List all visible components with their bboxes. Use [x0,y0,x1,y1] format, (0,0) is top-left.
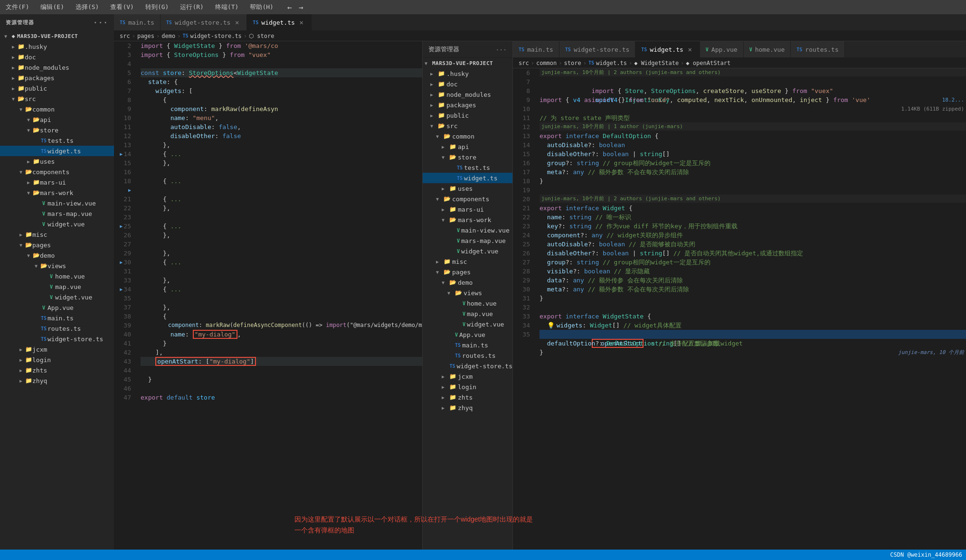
filetree-item-widget-vue-demo[interactable]: V widget.vue [423,319,512,329]
filetree-label-zhts: zhts [458,394,473,401]
filetree-item-node-modules[interactable]: ▶ 📁 node_modules [423,89,512,100]
filetree-item-zhts[interactable]: ▶ 📁 zhts [423,392,512,402]
tab-right-routes-ts[interactable]: TS routes.ts [791,41,845,57]
sidebar-item-test-ts[interactable]: ▶ TS test.ts [0,135,114,146]
sidebar-item-widget-vue-demo[interactable]: ▶ V widget.vue [0,292,114,302]
filetree-item-home-vue[interactable]: V home.vue [423,298,512,308]
tab-close-widget-store[interactable]: ✕ [233,19,241,26]
sidebar-item-api[interactable]: ▼ 📂 api [0,114,114,125]
tab-main-ts[interactable]: TS main.ts [114,14,161,30]
filetree-item-main-ts[interactable]: TS main.ts [423,340,512,350]
sidebar-item-store[interactable]: ▼ 📂 store [0,125,114,135]
sidebar-item-public[interactable]: ▶ 📁 public [0,83,114,93]
sidebar-item-jcxm[interactable]: ▶ 📁 jcxm [0,344,114,355]
sidebar-item-mars-map-vue[interactable]: ▶ V mars-map.vue [0,208,114,219]
filetree-item-routes-ts[interactable]: TS routes.ts [423,350,512,361]
sidebar-item-routes-ts[interactable]: ▶ TS routes.ts [0,323,114,334]
menu-run[interactable]: 运行(R) [178,2,205,12]
sidebar-item-src[interactable]: ▼ 📂 src [0,93,114,104]
filetree-item-widget-store[interactable]: TS widget-store.ts [423,361,512,371]
filetree-item-mars-map[interactable]: V mars-map.vue [423,235,512,246]
filetree-dots[interactable]: ··· [496,46,507,53]
sidebar-item-main-ts[interactable]: ▶ TS main.ts [0,313,114,323]
menu-bar[interactable]: 文件(F) 编辑(E) 选择(S) 查看(V) 转到(G) 运行(R) 终端(T… [4,2,275,12]
sidebar-item-node-modules[interactable]: ▶ 📁 node_modules [0,62,114,73]
filetree-item-widget-ts[interactable]: TS widget.ts [423,173,512,183]
tab-widget-ts[interactable]: TS widget.ts ✕ [247,14,312,30]
filetree-item-widget-vue[interactable]: V widget.vue [423,246,512,256]
filetree-item-mars-work[interactable]: ▼ 📂 mars-work [423,215,512,225]
chevron-right-icon: ▶ [17,232,25,237]
tab-right-app-vue[interactable]: V App.vue [700,41,744,57]
tab-right-widget-ts[interactable]: TS widget.ts ✕ [635,41,700,57]
filetree-item-doc[interactable]: ▶ 📁 doc [423,79,512,89]
sidebar-item-doc[interactable]: ▶ 📁 doc [0,52,114,62]
sidebar-item-widget-store-ts[interactable]: ▶ TS widget-store.ts [0,334,114,344]
menu-view[interactable]: 查看(V) [108,2,135,12]
sidebar-item-home-vue[interactable]: ▶ V home.vue [0,271,114,281]
filetree-item-main-view[interactable]: V main-view.vue [423,225,512,235]
tab-right-main-ts[interactable]: TS main.ts [513,41,559,57]
filetree-item-jcxm[interactable]: ▶ 📁 jcxm [423,371,512,382]
filetree-item-map-vue[interactable]: V map.vue [423,308,512,319]
sidebar-project-root[interactable]: ▼ ◆ MARS3D-VUE-PROJECT [0,31,114,41]
filetree-item-zhyq[interactable]: ▶ 📁 zhyq [423,402,512,413]
sidebar-header: 资源管理器 ··· [0,14,114,31]
filetree-item-api[interactable]: ▶ 📁 api [423,141,512,152]
bc-widget-ts: widget.ts [596,60,627,66]
filetree-item-test-ts[interactable]: TS test.ts [423,162,512,173]
sidebar-item-common[interactable]: ▼ 📂 common [0,104,114,114]
sidebar-item-pages[interactable]: ▼ 📂 pages [0,240,114,250]
filetree-item-demo[interactable]: ▼ 📂 demo [423,277,512,288]
filetree-item-app-vue[interactable]: V App.vue [423,329,512,340]
menu-help[interactable]: 帮助(H) [248,2,275,12]
filetree-item-common[interactable]: ▼ 📂 common [423,131,512,141]
filetree-item-public[interactable]: ▶ 📁 public [423,110,512,121]
filetree-item-pages[interactable]: ▼ 📂 pages [423,267,512,277]
sidebar-item-map-vue[interactable]: ▶ V map.vue [0,281,114,292]
sidebar-item-husky[interactable]: ▶ 📁 .husky [0,41,114,52]
tab-right-widget-store[interactable]: TS widget-store.ts [559,41,635,57]
sidebar-item-widget-ts[interactable]: ▶ TS widget.ts [0,146,114,156]
sidebar-item-packages[interactable]: ▶ 📁 packages [0,73,114,83]
filetree-project-root[interactable]: ▼ MARS3D-VUE-PROJECT [423,58,512,68]
sidebar-item-login[interactable]: ▶ 📁 login [0,355,114,365]
filetree-item-views[interactable]: ▼ 📂 views [423,288,512,298]
sidebar-item-demo[interactable]: ▼ 📂 demo [0,250,114,261]
chevron-down-icon: ▼ [442,280,449,285]
nav-forward[interactable]: → [296,2,306,12]
filetree-item-login[interactable]: ▶ 📁 login [423,382,512,392]
menu-terminal[interactable]: 终端(T) [213,2,240,12]
filetree-item-components[interactable]: ▼ 📂 components [423,194,512,204]
menu-goto[interactable]: 转到(G) [143,2,170,12]
sidebar-item-mars-work[interactable]: ▼ 📂 mars-work [0,187,114,198]
filetree-item-misc[interactable]: ▶ 📁 misc [423,256,512,267]
sidebar-item-main-view-vue[interactable]: ▶ V main-view.vue [0,198,114,208]
sidebar-item-zhts[interactable]: ▶ 📁 zhts [0,365,114,375]
menu-select[interactable]: 选择(S) [74,2,101,12]
tab-widget-store-ts[interactable]: TS widget-store.ts ✕ [161,14,247,30]
menu-edit[interactable]: 编辑(E) [38,2,66,12]
filetree-item-husky[interactable]: ▶ 📁 .husky [423,68,512,79]
filetree-item-uses[interactable]: ▶ 📁 uses [423,183,512,194]
tab-close-right-widget-ts[interactable]: ✕ [686,46,694,53]
filetree-item-store[interactable]: ▼ 📂 store [423,152,512,162]
filetree-item-mars-ui[interactable]: ▶ 📁 mars-ui [423,204,512,215]
menu-file[interactable]: 文件(F) [4,2,31,12]
chevron-down-icon: ▼ [425,61,432,66]
tab-right-home-vue[interactable]: V home.vue [744,41,791,57]
sidebar-item-views[interactable]: ▼ 📂 views [0,261,114,271]
tab-close-widget-ts[interactable]: ✕ [298,19,305,26]
sidebar-item-zhyq[interactable]: ▶ 📁 zhyq [0,375,114,386]
sidebar-item-app-vue[interactable]: ▶ V App.vue [0,302,114,313]
filetree-item-packages[interactable]: ▶ 📁 packages [423,100,512,110]
sidebar-item-mars-ui[interactable]: ▶ 📁 mars-ui [0,177,114,187]
sidebar-item-components[interactable]: ▼ 📂 components [0,167,114,177]
filetree-item-src[interactable]: ▼ 📂 src [423,121,512,131]
sidebar-options-button[interactable]: ··· [93,18,108,27]
sidebar-item-misc[interactable]: ▶ 📁 misc [0,229,114,240]
sidebar-item-uses[interactable]: ▶ 📁 uses [0,156,114,167]
sidebar-item-widget-vue[interactable]: ▶ V widget.vue [0,219,114,229]
main-layout: 资源管理器 ··· ▼ ◆ MARS3D-VUE-PROJECT ▶ 📁 .hu… [0,14,966,550]
nav-back[interactable]: ← [285,2,294,12]
